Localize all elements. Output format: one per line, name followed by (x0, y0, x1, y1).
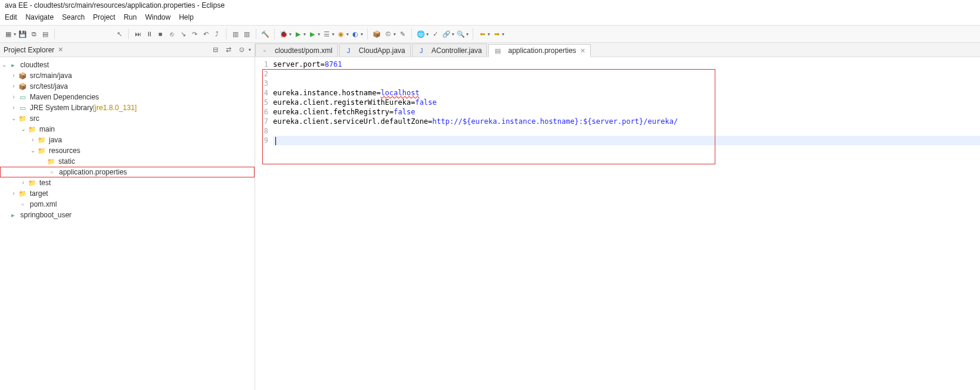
java-icon: J (345, 46, 353, 55)
code-line-6[interactable]: eureka.client.fetchRegistry=false (273, 107, 980, 117)
close-icon[interactable]: ✕ (58, 46, 63, 54)
code-token: localhost (381, 89, 420, 97)
globe-icon[interactable]: 🌐 (416, 29, 426, 39)
code-line-2[interactable] (273, 69, 980, 79)
task-icon[interactable]: ✓ (430, 29, 440, 39)
tree-node-6[interactable]: ›📁java (0, 135, 255, 145)
forward-icon[interactable]: ➡ (492, 29, 501, 39)
tab-label: CloudApp.java (359, 46, 405, 55)
step-over-icon[interactable]: ↷ (190, 29, 199, 39)
skip-icon[interactable]: ⏭ (133, 29, 142, 39)
editor-tab-0[interactable]: ▫cloudtest/pom.xml (255, 43, 338, 57)
build-icon[interactable]: 🔨 (260, 29, 270, 39)
tree-node-10[interactable]: ›📁test (0, 177, 255, 188)
link-editor-icon[interactable]: ⇄ (224, 45, 233, 55)
coverage-icon[interactable]: ☰ (322, 29, 331, 39)
tree-label: main (39, 124, 55, 135)
editor-tab-3[interactable]: ▤application.properties✕ (488, 44, 590, 57)
new-icon[interactable]: ▦ (4, 29, 13, 39)
menu-help[interactable]: Help (179, 13, 194, 24)
project-tree[interactable]: ⌄▸cloudtest›📦src/main/java›📦src/test/jav… (0, 57, 255, 223)
code-line-5[interactable]: eureka.client.registerWithEureka=false (273, 98, 980, 107)
code-content[interactable]: server.port=8761eureka.instance.hostname… (273, 60, 980, 145)
step-into-icon[interactable]: ↘ (178, 29, 188, 39)
print-icon[interactable]: ▤ (41, 29, 50, 39)
fld-icon: 📁 (37, 146, 46, 155)
wand-icon[interactable]: ✎ (398, 29, 407, 39)
cursor-icon[interactable]: ↖ (114, 29, 124, 39)
tree-node-9[interactable]: ▫application.properties (0, 167, 255, 177)
project-explorer-tab: Project Explorer ✕ ⊟ ⇄ ⊙ ▾ (0, 43, 255, 57)
editor-tab-1[interactable]: JCloudApp.java (339, 43, 411, 57)
code-line-7[interactable]: eureka.client.serviceUrl.defaultZone=htt… (273, 117, 980, 126)
tree-node-4[interactable]: ⌄📁src (0, 113, 255, 124)
new-pkg-icon[interactable]: 📦 (372, 29, 382, 39)
tree-node-5[interactable]: ⌄📁main (0, 124, 255, 135)
menu-navigate[interactable]: Navigate (26, 13, 54, 24)
tree-label: java (49, 135, 62, 145)
disconnect-icon[interactable]: ⎋ (167, 29, 176, 39)
tree-node-11[interactable]: ›📁target (0, 188, 255, 199)
pkg-icon: 📦 (18, 71, 27, 80)
twisty-icon[interactable]: › (29, 135, 37, 145)
new-class-icon[interactable]: © (383, 29, 393, 39)
view-menu-icon[interactable]: ▾ (249, 47, 251, 52)
project-cloudtest[interactable]: ⌄▸cloudtest (0, 60, 255, 70)
debug-icon[interactable]: 🐞 (279, 29, 289, 39)
perspective-icon[interactable]: ▥ (231, 29, 240, 39)
tree-node-1[interactable]: ›📦src/test/java (0, 81, 255, 92)
code-line-4[interactable]: eureka.instance.hostname=localhost (273, 88, 980, 98)
twisty-icon[interactable]: › (10, 188, 18, 199)
menu-search[interactable]: Search (62, 13, 85, 24)
tree-node-0[interactable]: ›📦src/main/java (0, 70, 255, 81)
run-last-icon[interactable]: ▶ (308, 29, 317, 39)
pause-icon[interactable]: ⏸ (144, 29, 154, 39)
tree-node-7[interactable]: ⌄📁resources (0, 145, 255, 156)
twisty-icon[interactable]: ⌄ (19, 124, 27, 135)
collapse-all-icon[interactable]: ⊟ (210, 45, 220, 55)
twisty-icon[interactable]: ⌄ (29, 145, 37, 156)
code-editor[interactable]: 123456789 server.port=8761eureka.instanc… (255, 57, 980, 390)
twisty-icon[interactable]: › (19, 177, 27, 188)
menu-window[interactable]: Window (145, 13, 170, 24)
tree-label: cloudtest (20, 60, 49, 70)
twisty-icon[interactable]: › (10, 70, 18, 81)
twisty-icon[interactable]: › (10, 92, 18, 102)
twisty-icon[interactable]: › (10, 81, 18, 92)
back-icon[interactable]: ⬅ (477, 29, 487, 39)
stop-icon[interactable]: ■ (156, 29, 165, 39)
main-toolbar: ▦▾ 💾 ⧉ ▤ ↖ ⏭ ⏸ ■ ⎋ ↘ ↷ ↶ ⤴ ▥ ▥ 🔨 🐞▾ ▶▾ ▶… (0, 25, 980, 43)
twisty-icon[interactable]: ⌄ (10, 113, 18, 124)
file-icon: ▫ (47, 167, 57, 177)
code-line-3[interactable] (273, 79, 980, 88)
run-icon[interactable]: ▶ (293, 29, 303, 39)
profile-icon[interactable]: ◐ (351, 29, 360, 39)
editor-tab-2[interactable]: JAController.java (412, 43, 488, 57)
focus-icon[interactable]: ⊙ (237, 45, 246, 55)
tree-node-3[interactable]: ›▭JRE System Library [jre1.8.0_131] (0, 102, 255, 113)
save-all-icon[interactable]: ⧉ (29, 29, 39, 39)
menu-project[interactable]: Project (93, 13, 115, 24)
menu-run[interactable]: Run (123, 13, 137, 24)
step-return-icon[interactable]: ↶ (201, 29, 210, 39)
search-icon[interactable]: 🔍 (456, 29, 466, 39)
twisty-icon[interactable]: ⌄ (0, 60, 8, 70)
server-icon[interactable]: ◉ (336, 29, 346, 39)
main-area: Project Explorer ✕ ⊟ ⇄ ⊙ ▾ ⌄▸cloudtest›📦… (0, 43, 980, 390)
project-springboot-user[interactable]: ▸springboot_user (0, 210, 255, 220)
tab-close-icon[interactable]: ✕ (580, 47, 585, 55)
drop-frame-icon[interactable]: ⤴ (212, 29, 222, 39)
tab-label: application.properties (508, 46, 576, 55)
code-token: server.port= (273, 60, 325, 68)
save-icon[interactable]: 💾 (18, 29, 27, 39)
code-line-1[interactable]: server.port=8761 (273, 60, 980, 69)
tree-node-8[interactable]: 📁static (0, 156, 255, 167)
tree-node-12[interactable]: ▫pom.xml (0, 199, 255, 210)
perspective2-icon[interactable]: ▥ (242, 29, 252, 39)
menu-edit[interactable]: Edit (5, 13, 17, 24)
link-icon[interactable]: 🔗 (442, 29, 451, 39)
code-line-8[interactable] (273, 126, 980, 136)
twisty-icon[interactable]: › (10, 102, 18, 113)
tree-node-2[interactable]: ›▭Maven Dependencies (0, 92, 255, 102)
code-line-9[interactable] (273, 136, 980, 145)
